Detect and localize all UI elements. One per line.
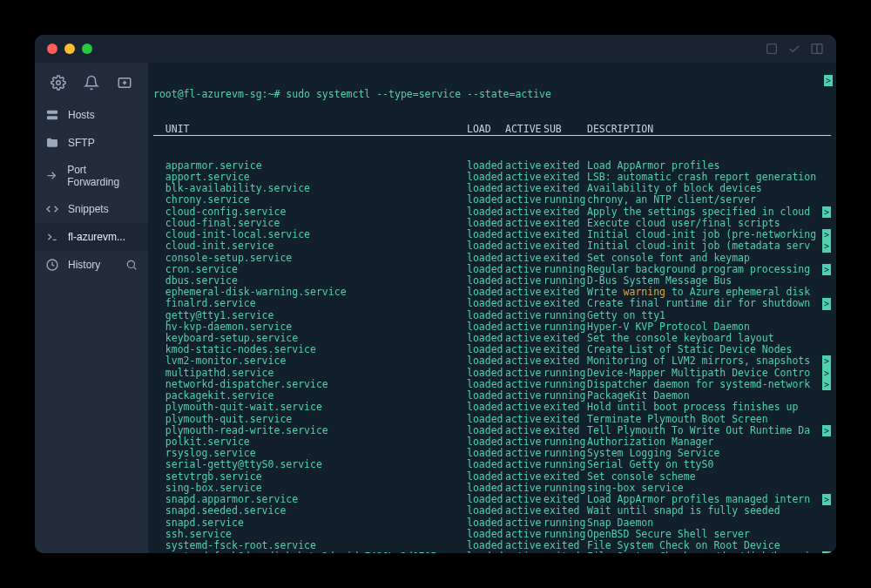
cell-unit: chrony.service — [153, 194, 467, 206]
cell-sub: exited — [544, 253, 587, 264]
bell-icon[interactable] — [84, 75, 99, 91]
cell-unit: networkd-dispatcher.service — [153, 379, 467, 390]
minimize-window-button[interactable] — [64, 44, 75, 54]
cell-load: loaded — [467, 551, 505, 553]
cell-active: active — [505, 298, 544, 309]
cell-sub: exited — [544, 240, 587, 252]
cell-desc: Create List of Static Device Nodes — [587, 344, 831, 355]
add-tab-icon[interactable] — [117, 75, 132, 91]
sidebar-item-hosts[interactable]: Hosts — [35, 101, 148, 129]
cell-desc: System Logging Service — [587, 448, 831, 459]
cell-desc: File System Check on /dev/disk/by-uui — [587, 551, 822, 553]
cell-desc: D-Bus System Message Bus — [587, 275, 831, 287]
cell-desc: File System Check on Root Device — [587, 540, 831, 551]
cell-load: loaded — [467, 505, 505, 517]
sidebar: Hosts SFTP Port Forwarding Snippets fl-a… — [35, 63, 148, 553]
command-text: sudo systemctl --type=service --state=ac… — [286, 88, 551, 100]
svg-point-3 — [57, 81, 61, 85]
cell-active: active — [505, 206, 544, 218]
table-row: chrony.serviceloadedactiverunningchrony,… — [153, 194, 831, 206]
overflow-indicator: > — [822, 355, 831, 367]
cell-desc: Load AppArmor profiles managed intern — [587, 494, 822, 505]
cell-unit: systemd-fsck@dev-disk-by\x2duuid-F426\x2… — [153, 551, 467, 553]
cell-desc: Authorization Manager — [587, 436, 831, 448]
cell-unit: dbus.service — [153, 275, 467, 287]
cell-sub: running — [544, 310, 587, 321]
window-action-icon-2[interactable] — [787, 42, 801, 56]
terminal-pane[interactable]: root@fl-azurevm-sg:~# sudo systemctl --t… — [148, 63, 836, 553]
cell-active: active — [505, 240, 544, 252]
window-action-icon-1[interactable] — [765, 42, 779, 56]
cell-unit: finalrd.service — [153, 298, 467, 309]
cell-sub: running — [544, 264, 587, 275]
table-header-row: UNITLOAD ACTIVESUB DESCRIPTION> — [153, 124, 831, 136]
table-row: snapd.serviceloadedactiverunningSnap Dae… — [153, 517, 831, 529]
cell-sub: running — [544, 459, 587, 470]
close-window-button[interactable] — [47, 44, 57, 54]
sidebar-item-label: SFTP — [68, 137, 95, 149]
gear-icon[interactable] — [51, 75, 66, 91]
cell-sub: exited — [544, 471, 587, 483]
header-sub: SUB — [544, 124, 587, 135]
app-body: Hosts SFTP Port Forwarding Snippets fl-a… — [35, 63, 836, 553]
cell-desc: Regular background program processing — [587, 264, 822, 275]
table-row: plymouth-quit-wait.serviceloadedactiveex… — [153, 402, 831, 413]
cell-desc: Monitoring of LVM2 mirrors, snapshots — [587, 355, 822, 367]
sidebar-item-history[interactable]: History — [35, 251, 148, 279]
overflow-indicator: > — [822, 494, 831, 505]
cell-unit: sing-box.service — [153, 483, 467, 494]
cell-desc: Create final runtime dir for shutdown — [587, 298, 822, 309]
cell-desc: Device-Mapper Multipath Device Contro — [587, 368, 822, 379]
cell-load: loaded — [467, 471, 505, 483]
titlebar-actions — [765, 42, 824, 56]
cell-active: active — [505, 551, 544, 553]
service-list: apparmor.serviceloadedactiveexited Load … — [153, 160, 831, 553]
cell-active: active — [505, 160, 544, 172]
cell-load: loaded — [467, 368, 505, 379]
table-row: serial-getty@ttyS0.serviceloadedactiveru… — [153, 459, 831, 470]
svg-rect-0 — [767, 44, 777, 54]
cell-unit: cloud-init-local.service — [153, 229, 467, 240]
folder-icon — [45, 136, 59, 150]
overflow-indicator: > — [822, 425, 831, 436]
overflow-indicator: > — [822, 368, 831, 379]
cell-active: active — [505, 264, 544, 275]
cell-active: active — [505, 253, 544, 264]
sidebar-item-sftp[interactable]: SFTP — [35, 129, 148, 157]
cell-sub: exited — [544, 160, 587, 172]
sidebar-item-snippets[interactable]: Snippets — [35, 195, 148, 223]
sidebar-item-connection[interactable]: fl-azurevm... — [35, 223, 148, 251]
svg-rect-8 — [47, 116, 57, 119]
cell-desc: Initial cloud-init job (pre-networking — [587, 229, 822, 240]
cell-desc: sing-box service — [587, 483, 831, 494]
cell-unit: hv-kvp-daemon.service — [153, 321, 467, 333]
cell-active: active — [505, 368, 544, 379]
cell-desc: chrony, an NTP client/server — [587, 194, 831, 206]
cell-unit: cloud-config.service — [153, 206, 467, 218]
search-icon[interactable] — [125, 259, 138, 271]
cell-unit: kmod-static-nodes.service — [153, 344, 467, 355]
history-icon — [45, 258, 59, 272]
cell-sub: exited — [544, 505, 587, 517]
table-row: console-setup.serviceloadedactiveexited … — [153, 253, 831, 264]
sidebar-item-port-forwarding[interactable]: Port Forwarding — [35, 157, 148, 195]
split-pane-icon[interactable] — [810, 42, 824, 56]
overflow-indicator: > — [824, 75, 833, 86]
table-row: cloud-config.serviceloadedactiveexited A… — [153, 206, 831, 218]
maximize-window-button[interactable] — [82, 44, 92, 54]
prompt-text: root@fl-azurevm-sg:~# — [153, 88, 286, 100]
overflow-indicator: > — [822, 229, 831, 240]
warning-text: warning — [624, 287, 665, 298]
svg-line-11 — [134, 267, 137, 270]
cell-load: loaded — [467, 355, 505, 367]
cell-active: active — [505, 471, 544, 483]
cell-active: active — [505, 402, 544, 413]
cell-active: active — [505, 414, 544, 425]
cell-sub: exited — [544, 402, 587, 413]
code-icon — [45, 202, 59, 216]
table-row: setvtrgb.serviceloadedactiveexited Set c… — [153, 471, 831, 483]
header-desc: DESCRIPTION — [587, 124, 831, 135]
cell-unit: packagekit.service — [153, 390, 467, 402]
cell-desc: Set console scheme — [587, 471, 831, 483]
cell-load: loaded — [467, 160, 505, 172]
